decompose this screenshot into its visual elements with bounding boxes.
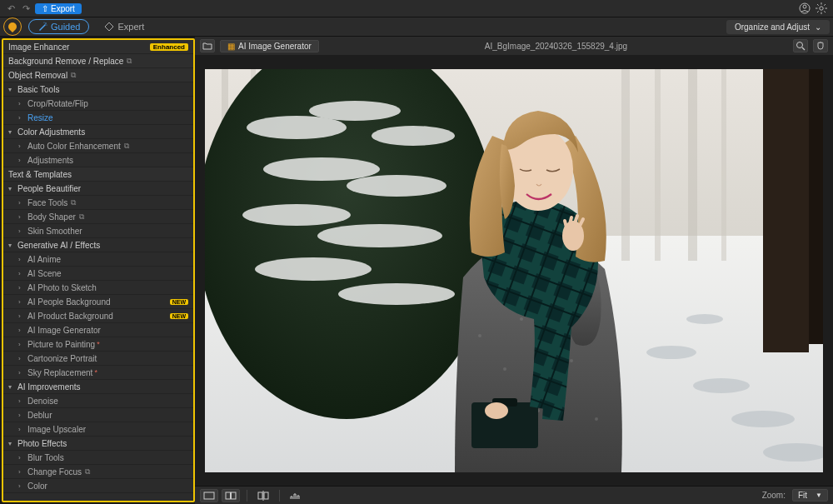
tab-expert[interactable]: Expert — [96, 20, 152, 33]
sidebar-section-color-adjustments[interactable]: ▾ Color Adjustments — [3, 125, 193, 139]
redo-icon[interactable]: ↷ — [20, 2, 32, 14]
undo-icon[interactable]: ↶ — [5, 2, 17, 14]
star-icon: * — [94, 368, 97, 377]
title-bar: ↶ ↷ ⇧ Export — [0, 0, 833, 17]
section-label: Generative AI / Effects — [17, 241, 100, 250]
item-label: AI People Background — [27, 297, 111, 307]
item-label: Denoise — [27, 397, 58, 406]
sidebar-item-bg-remove[interactable]: Background Remove / Replace ⧉ — [3, 54, 193, 68]
item-label: Skin Smoother — [27, 227, 82, 236]
svg-point-42 — [693, 378, 750, 393]
chevron-right-icon: › — [18, 213, 25, 221]
sidebar-item-ai-anime[interactable]: ›AI Anime — [3, 252, 193, 267]
sidebar: Image Enhancer Enhanced Background Remov… — [2, 38, 195, 502]
sidebar-label: Text & Templates — [8, 170, 72, 179]
sidebar-item-image-enhancer[interactable]: Image Enhancer Enhanced — [3, 40, 193, 54]
sidebar-item-ai-product-bg[interactable]: ›AI Product BackgroundNEW — [3, 309, 193, 323]
app-logo[interactable] — [3, 17, 22, 36]
sidebar-item-crop[interactable]: › Crop/Rotate/Flip — [3, 97, 193, 111]
sidebar-item-sky-replacement[interactable]: ›Sky Replacement* — [3, 366, 193, 380]
item-label: Cartoonize Portrait — [27, 354, 97, 363]
svg-line-15 — [802, 47, 805, 50]
sidebar-item-blur-tools[interactable]: ›Blur Tools — [3, 451, 193, 465]
sidebar-item-denoise[interactable]: ›Denoise — [3, 394, 193, 408]
zoom-tool-button[interactable] — [793, 39, 808, 52]
chevron-right-icon: › — [18, 199, 25, 207]
sidebar-item-cartoonize[interactable]: ›Cartoonize Portrait — [3, 352, 193, 366]
section-label: Photo Effects — [17, 439, 67, 448]
svg-rect-29 — [763, 69, 809, 352]
view-split-button[interactable] — [222, 489, 240, 502]
svg-point-36 — [347, 175, 446, 197]
sidebar-item-color[interactable]: ›Color — [3, 479, 193, 493]
diamond-icon — [104, 22, 114, 32]
item-label: Crop/Rotate/Flip — [27, 99, 88, 108]
breadcrumb[interactable]: ▦ AI Image Generator — [220, 40, 319, 52]
account-icon[interactable] — [798, 2, 811, 15]
sidebar-item-ai-sketch[interactable]: ›AI Photo to Sketch — [3, 281, 193, 295]
sidebar-item-ai-scene[interactable]: ›AI Scene — [3, 267, 193, 281]
svg-point-37 — [242, 204, 351, 226]
compare-button[interactable] — [254, 489, 272, 502]
zoom-label: Zoom: — [762, 491, 786, 500]
organize-button[interactable]: Organize and Adjust ⌄ — [726, 20, 830, 34]
histogram-button[interactable] — [287, 489, 305, 502]
svg-point-50 — [595, 417, 598, 421]
sidebar-item-change-focus[interactable]: ›Change Focus⧉ — [3, 465, 193, 479]
sidebar-section-ai-improvements[interactable]: ▾ AI Improvements — [3, 380, 193, 394]
item-label: Face Tools — [27, 198, 67, 207]
svg-point-35 — [263, 157, 380, 181]
section-label: AI Improvements — [17, 382, 81, 392]
sidebar-section-basic-tools[interactable]: ▾ Basic Tools — [3, 82, 193, 97]
svg-point-47 — [503, 367, 506, 371]
canvas[interactable] — [195, 55, 833, 486]
item-label: AI Image Generator — [27, 326, 101, 335]
sidebar-item-upscaler[interactable]: ›Image Upscaler — [3, 422, 193, 437]
item-label: Image Upscaler — [27, 425, 86, 434]
sidebar-item-auto-color[interactable]: › Auto Color Enhancement ⧉ — [3, 139, 193, 153]
upload-icon: ⇧ — [42, 4, 48, 13]
item-label: Adjustments — [27, 156, 73, 165]
sidebar-item-object-removal[interactable]: Object Removal ⧉ — [3, 68, 193, 82]
sidebar-item-text-templates[interactable]: Text & Templates — [3, 167, 193, 182]
chevron-right-icon: › — [18, 142, 25, 150]
sidebar-item-ai-image-gen[interactable]: ›AI Image Generator — [3, 323, 193, 337]
folder-button[interactable] — [200, 39, 215, 52]
image-icon: ▦ — [227, 42, 235, 51]
canvas-toolbar: ▦ AI Image Generator AI_BgImage_20240326… — [195, 37, 833, 55]
sidebar-item-skin-smoother[interactable]: › Skin Smoother — [3, 224, 193, 238]
svg-point-45 — [686, 314, 723, 324]
badge-enhanced: Enhanced — [150, 43, 188, 51]
sidebar-section-photo-effects[interactable]: ▾ Photo Effects — [3, 437, 193, 451]
sidebar-section-people-beautifier[interactable]: ▾ People Beautifier — [3, 182, 193, 196]
bottom-bar: Zoom: Fit ▼ — [195, 486, 833, 504]
sidebar-item-picture-painting[interactable]: ›Picture to Painting* — [3, 337, 193, 352]
sidebar-item-face-tools[interactable]: › Face Tools ⧉ — [3, 196, 193, 210]
svg-point-43 — [731, 411, 795, 427]
view-single-button[interactable] — [200, 489, 218, 502]
sidebar-item-deblur[interactable]: ›Deblur — [3, 408, 193, 422]
zoom-select[interactable]: Fit ▼ — [792, 489, 828, 502]
tab-guided[interactable]: Guided — [28, 19, 89, 34]
sidebar-section-gen-ai[interactable]: ▾ Generative AI / Effects — [3, 238, 193, 252]
sidebar-item-resize[interactable]: › Resize — [3, 111, 193, 125]
popout-icon: ⧉ — [85, 467, 90, 477]
sidebar-label: Object Removal — [8, 71, 67, 80]
popout-icon: ⧉ — [71, 71, 76, 80]
item-label: Body Shaper — [27, 212, 76, 222]
chevron-right-icon: › — [18, 397, 25, 405]
chevron-down-icon: ▾ — [8, 242, 15, 249]
sidebar-item-adjustments[interactable]: › Adjustments — [3, 153, 193, 167]
svg-rect-63 — [264, 492, 268, 499]
zoom-value: Fit — [798, 491, 807, 500]
settings-icon[interactable] — [815, 2, 828, 15]
sidebar-item-body-shaper[interactable]: › Body Shaper ⧉ — [3, 210, 193, 224]
export-button[interactable]: ⇧ Export — [35, 3, 82, 14]
chevron-right-icon: › — [18, 227, 25, 235]
item-label: AI Photo to Sketch — [27, 283, 97, 292]
sidebar-item-ai-people-bg[interactable]: ›AI People BackgroundNEW — [3, 295, 193, 309]
tab-guided-label: Guided — [51, 22, 80, 32]
sidebar-label: Image Enhancer — [8, 42, 69, 52]
pan-tool-button[interactable] — [813, 39, 828, 52]
item-label: Picture to Painting — [27, 340, 95, 349]
